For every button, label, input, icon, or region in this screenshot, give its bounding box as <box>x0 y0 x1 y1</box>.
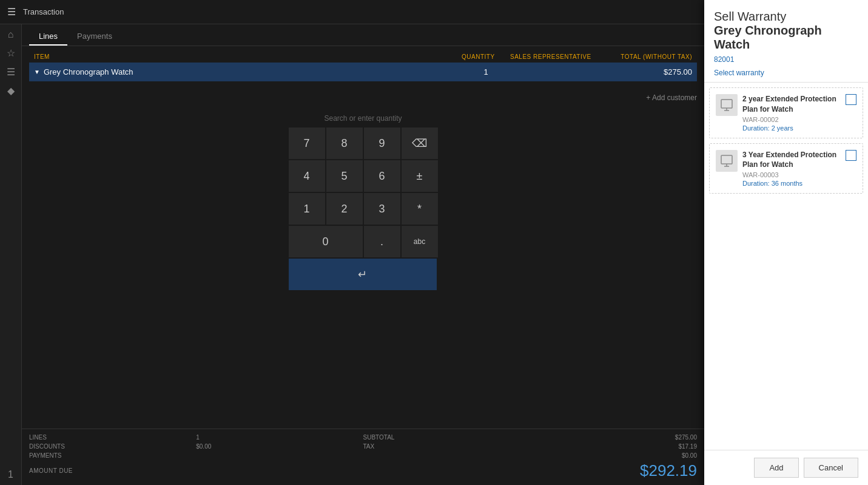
home-icon[interactable]: ⌂ <box>8 29 14 40</box>
warranty-checkbox-1[interactable] <box>846 94 856 105</box>
payments-label: PAYMENTS <box>29 452 196 459</box>
numpad-backspace[interactable]: ⌫ <box>402 127 438 159</box>
table-row[interactable]: ▼ Grey Chronograph Watch 1 $275.00 <box>29 63 697 81</box>
lines-label: LINES <box>29 434 196 441</box>
amount-due-label: AMOUNT DUE <box>29 467 73 474</box>
overlay-body: 2 year Extended Protection Plan for Watc… <box>704 83 868 450</box>
tax-label: TAX <box>363 443 530 450</box>
overlay-title: Sell Warranty <box>714 10 858 24</box>
list-icon[interactable]: ☰ <box>7 66 15 78</box>
lines-value: 1 <box>196 434 363 441</box>
item-name: Grey Chronograph Watch <box>44 67 133 76</box>
warranty-checkbox-2[interactable] <box>846 150 856 161</box>
numpad-1[interactable]: 1 <box>289 193 325 225</box>
numpad-dot[interactable]: . <box>364 226 400 257</box>
warranty-code-2: WAR-00003 <box>742 171 841 178</box>
numpad-4[interactable]: 4 <box>289 160 325 192</box>
numpad-label: Search or enter quantity <box>324 114 402 123</box>
row-chevron: ▼ <box>34 69 40 75</box>
numpad-plusminus[interactable]: ± <box>402 160 438 192</box>
star-icon[interactable]: ☆ <box>7 47 15 59</box>
pos-area: Lines Payments ITEM QUANTITY SALES REPRE… <box>22 24 704 485</box>
warranty-code-1: WAR-00002 <box>742 116 841 123</box>
order-header: ITEM QUANTITY SALES REPRESENTATIVE TOTAL… <box>29 51 697 63</box>
numpad-0[interactable]: 0 <box>289 226 363 257</box>
app-title: Transaction <box>23 7 732 16</box>
item-quantity: 1 <box>462 67 510 76</box>
numpad-enter[interactable]: ↵ <box>289 259 437 290</box>
tax-value: $17.19 <box>530 443 697 450</box>
pos-footer: LINES 1 SUBTOTAL $275.00 DISCOUNTS $0.00… <box>22 429 704 485</box>
amount-due-value: $292.19 <box>640 461 697 480</box>
overlay-subtitle: Grey Chronograph Watch <box>714 24 858 52</box>
header-total: TOTAL (WITHOUT TAX) <box>607 53 692 60</box>
warranty-duration-2: Duration: 36 months <box>742 180 841 187</box>
warranty-icon-1 <box>716 94 738 116</box>
add-warranty-confirm-button[interactable]: Add <box>754 458 798 478</box>
pos-tabs: Lines Payments <box>22 24 704 46</box>
discounts-value: $0.00 <box>196 443 363 450</box>
left-sidebar: ⌂ ☆ ☰ ◆ 1 <box>0 24 22 485</box>
numpad-9[interactable]: 9 <box>364 127 400 159</box>
number-one-icon: 1 <box>8 469 13 480</box>
tab-lines[interactable]: Lines <box>29 28 67 46</box>
numpad-8[interactable]: 8 <box>326 127 363 159</box>
numpad-area: Search or enter quantity 7 8 9 ⌫ 4 5 6 ±… <box>22 109 704 429</box>
numpad-5[interactable]: 5 <box>326 160 363 192</box>
warranty-item-1[interactable]: 2 year Extended Protection Plan for Watc… <box>709 87 863 138</box>
warranty-duration-1: Duration: 2 years <box>742 124 841 132</box>
item-total: $275.00 <box>607 67 692 76</box>
overlay-footer: Add Cancel <box>704 450 868 485</box>
diamond-icon[interactable]: ◆ <box>7 85 15 97</box>
add-customer-area: + Add customer <box>22 86 704 109</box>
warranty-info-1: 2 year Extended Protection Plan for Watc… <box>742 94 841 132</box>
numpad-3[interactable]: 3 <box>364 193 400 225</box>
warranty-name-1: 2 year Extended Protection Plan for Watc… <box>742 94 841 115</box>
overlay-header: Sell Warranty Grey Chronograph Watch 820… <box>704 0 868 83</box>
subtotal-label: SUBTOTAL <box>363 434 530 441</box>
numpad-abc[interactable]: abc <box>402 226 438 257</box>
cancel-warranty-button[interactable]: Cancel <box>804 458 858 478</box>
header-sales-rep: SALES REPRESENTATIVE <box>510 53 607 60</box>
svg-rect-1 <box>721 155 732 164</box>
warranty-info-2: 3 Year Extended Protection Plan for Watc… <box>742 150 841 188</box>
numpad-grid: 7 8 9 ⌫ 4 5 6 ± 1 2 3 * 0 . abc ↵ <box>289 127 438 290</box>
header-item: ITEM <box>34 53 462 60</box>
header-quantity: QUANTITY <box>462 53 510 60</box>
sell-warranty-overlay: Sell Warranty Grey Chronograph Watch 820… <box>704 0 868 485</box>
menu-icon[interactable]: ☰ <box>7 6 16 18</box>
subtotal-value: $275.00 <box>530 434 697 441</box>
select-warranty-label: Select warranty <box>714 69 858 77</box>
tab-payments[interactable]: Payments <box>67 28 122 46</box>
numpad-7[interactable]: 7 <box>289 127 325 159</box>
svg-rect-0 <box>721 100 732 108</box>
add-customer-button[interactable]: + Add customer <box>646 93 697 102</box>
overlay-code: 82001 <box>714 55 858 64</box>
warranty-item-2[interactable]: 3 Year Extended Protection Plan for Watc… <box>709 143 863 194</box>
numpad-star[interactable]: * <box>402 193 438 225</box>
payments-value: $0.00 <box>530 452 697 459</box>
warranty-icon-2 <box>716 150 738 172</box>
numpad-6[interactable]: 6 <box>364 160 400 192</box>
warranty-name-2: 3 Year Extended Protection Plan for Watc… <box>742 150 841 171</box>
order-lines: ITEM QUANTITY SALES REPRESENTATIVE TOTAL… <box>22 46 704 86</box>
discounts-label: DISCOUNTS <box>29 443 196 450</box>
numpad-2[interactable]: 2 <box>326 193 363 225</box>
